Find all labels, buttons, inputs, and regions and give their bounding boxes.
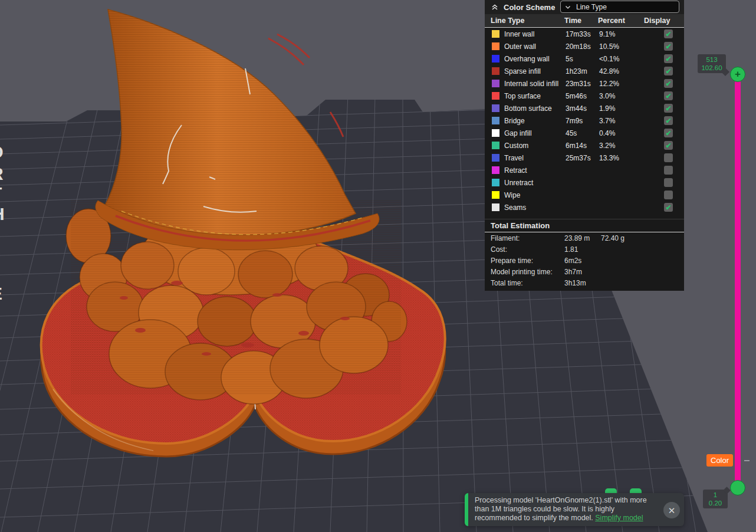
line-color-chip (492, 203, 499, 211)
line-color-chip (492, 154, 499, 162)
line-color-chip (492, 191, 499, 199)
panel-titlebar: Color Scheme Line Type (485, 0, 684, 14)
display-checkbox[interactable]: ✔ (664, 104, 673, 113)
line-color-chip (492, 67, 499, 75)
color-scheme-panel: Color Scheme Line Type Line Type Time Pe… (485, 0, 684, 291)
col-header-line-type: Line Type (491, 17, 564, 25)
svg-text:D: D (0, 142, 4, 162)
display-checkbox[interactable]: ✔ (664, 203, 673, 212)
layer-slider-top-tooltip: 513 102.60 (698, 54, 726, 73)
display-checkbox[interactable]: ✔ (664, 29, 673, 38)
table-row: Bridge7m9s3.7%✔ (485, 114, 684, 127)
panel-title: Color Scheme (504, 3, 555, 12)
col-header-percent: Percent (598, 17, 644, 25)
toast-line-3: recommended to simplify the model. Simpl… (475, 514, 658, 523)
col-header-time: Time (564, 17, 598, 25)
table-row: Travel25m37s13.3%✔ (485, 152, 684, 164)
line-color-chip (492, 80, 499, 87)
toast-accent-bar (465, 493, 468, 526)
display-checkbox[interactable]: ✔ (664, 191, 673, 199)
toast-close-button[interactable]: ✕ (663, 502, 680, 518)
top-layer-height: 102.60 (700, 64, 724, 72)
display-checkbox[interactable]: ✔ (664, 178, 673, 187)
table-row: Gap infill45s0.4%✔ (485, 127, 684, 139)
line-color-chip (492, 129, 499, 137)
table-row: Bottom surface3m44s1.9%✔ (485, 102, 684, 114)
viewport-3d[interactable]: DRT HIE (0, 0, 756, 532)
svg-text:R: R (0, 164, 4, 183)
display-checkbox[interactable]: ✔ (664, 153, 673, 162)
color-scheme-dropdown[interactable]: Line Type (560, 1, 679, 13)
table-row: Sparse infill1h23m42.8%✔ (485, 65, 684, 77)
color-change-tick (744, 460, 750, 461)
svg-text:E: E (0, 284, 2, 303)
line-color-chip (492, 55, 499, 63)
total-row: Prepare time:6m2s (485, 255, 684, 266)
close-icon: ✕ (668, 506, 676, 515)
layer-slider-bottom-tooltip: 1 0.20 (703, 490, 728, 508)
layer-slider-track[interactable] (735, 79, 741, 486)
dropdown-value: Line Type (576, 3, 607, 11)
table-row: Wipe✔ (485, 189, 684, 201)
table-row: Custom6m14s3.2%✔ (485, 139, 684, 152)
simplify-model-link[interactable]: Simplify model (595, 514, 643, 522)
line-color-chip (492, 179, 499, 186)
total-row: Cost:1.81 (485, 244, 684, 255)
line-color-chip (492, 117, 499, 124)
line-color-chip (492, 30, 499, 38)
notification-toast: Processing model 'HeartOnGnome2(1).stl' … (465, 493, 684, 526)
display-checkbox[interactable]: ✔ (664, 141, 673, 150)
line-color-chip (492, 166, 499, 174)
line-color-chip (492, 92, 499, 100)
display-checkbox[interactable]: ✔ (664, 129, 673, 137)
table-row: Overhang wall5s<0.1%✔ (485, 52, 684, 65)
display-checkbox[interactable]: ✔ (664, 166, 673, 175)
table-row: Internal solid infill23m31s12.2%✔ (485, 77, 684, 90)
top-layer-number: 513 (700, 55, 724, 64)
table-row: Unretract✔ (485, 176, 684, 189)
line-color-chip (492, 104, 499, 112)
table-row: Top surface5m46s3.0%✔ (485, 90, 684, 102)
total-estimation-section: Total Estimation Filament:23.89 m72.40 g… (485, 219, 684, 288)
layer-slider-top-handle[interactable]: + (730, 67, 745, 82)
table-row: Retract✔ (485, 164, 684, 176)
line-type-table: Inner wall17m33s9.1%✔ Outer wall20m18s10… (485, 28, 684, 214)
bottom-layer-height: 0.20 (705, 499, 725, 507)
table-row: Inner wall17m33s9.1%✔ (485, 28, 684, 40)
display-checkbox[interactable]: ✔ (664, 91, 673, 100)
col-header-display: Display (644, 17, 679, 25)
line-color-chip (492, 142, 499, 149)
color-change-badge[interactable]: Color (706, 454, 733, 467)
line-color-chip (492, 42, 499, 50)
svg-text:H: H (0, 204, 5, 224)
table-row: Outer wall20m18s10.5%✔ (485, 40, 684, 52)
display-checkbox[interactable]: ✔ (664, 54, 673, 63)
display-checkbox[interactable]: ✔ (664, 67, 673, 75)
collapse-panel-icon[interactable] (491, 3, 499, 11)
svg-text:T: T (0, 183, 2, 203)
display-checkbox[interactable]: ✔ (664, 42, 673, 51)
total-estimation-title: Total Estimation (485, 219, 684, 232)
bottom-layer-number: 1 (705, 491, 725, 499)
total-row: Total time:3h13m (485, 277, 684, 288)
display-checkbox[interactable]: ✔ (664, 116, 673, 125)
chevron-down-icon (564, 4, 571, 11)
toast-line-1: Processing model 'HeartOnGnome2(1).stl' … (475, 496, 658, 505)
total-row: Model printing time:3h7m (485, 266, 684, 277)
table-row: Seams✔ (485, 201, 684, 214)
toast-line-2: than 1M triangles could be slow. It is h… (475, 505, 658, 514)
line-type-table-header: Line Type Time Percent Display (485, 14, 684, 28)
total-row: Filament:23.89 m72.40 g (485, 232, 684, 244)
add-color-change-icon: + (735, 68, 741, 80)
display-checkbox[interactable]: ✔ (664, 79, 673, 88)
layer-slider-bottom-handle[interactable] (730, 480, 745, 495)
